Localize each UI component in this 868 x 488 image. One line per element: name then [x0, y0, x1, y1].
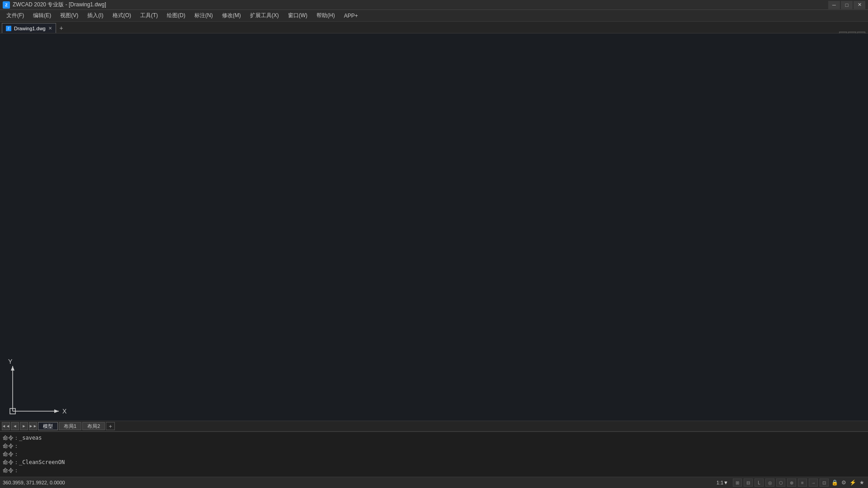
app-icon: Z [3, 1, 10, 9]
status-icon-8[interactable]: ⊡ [820, 479, 829, 487]
status-right-icon-3[interactable]: ★ [859, 479, 865, 486]
command-area[interactable]: 命令：_saveas命令：命令：命令：_CleanScreenON命令： [0, 432, 868, 477]
command-line-1: 命令： [3, 442, 865, 450]
layout-nav-btn-2[interactable]: ► [20, 422, 28, 430]
status-icon-4[interactable]: ⬡ [776, 479, 785, 487]
status-right-icon-1[interactable]: ⚙ [840, 479, 847, 486]
menu-item-绘图d[interactable]: 绘图(D) [162, 10, 190, 21]
status-icon-5[interactable]: ⊕ [787, 479, 796, 487]
menu-item-文件f[interactable]: 文件(F) [2, 10, 28, 21]
status-icon-7[interactable]: → [809, 479, 818, 487]
layout-nav-btn-0[interactable]: ◄◄ [2, 422, 10, 430]
svg-text:X: X [62, 408, 67, 415]
status-icon-2[interactable]: L [755, 479, 764, 487]
menu-item-工具t[interactable]: 工具(T) [136, 10, 162, 21]
layout-add-button[interactable]: + [106, 422, 115, 430]
close-button[interactable]: ✕ [854, 1, 865, 9]
title-bar: Z ZWCAD 2020 专业版 - [Drawing1.dwg] ─ □ ✕ [0, 0, 868, 10]
status-icon-6[interactable]: ≡ [798, 479, 807, 487]
menu-item-编辑e[interactable]: 编辑(E) [28, 10, 56, 21]
menu-item-标注n[interactable]: 标注(N) [190, 10, 217, 21]
menu-bar: 文件(F)编辑(E)视图(V)插入(I)格式(O)工具(T)绘图(D)标注(N)… [0, 10, 868, 22]
menu-item-扩展工具x[interactable]: 扩展工具(X) [245, 10, 283, 21]
status-right-icons: 🔒⚙⚡★ [830, 479, 865, 486]
coordinates-display: 360.3959, 371.9922, 0.0000 [3, 480, 65, 485]
layout-nav-btn-1[interactable]: ◄ [11, 422, 19, 430]
minimize-button[interactable]: ─ [828, 1, 840, 9]
layout-tab-模型[interactable]: 模型 [38, 422, 58, 430]
svg-marker-4 [54, 409, 59, 413]
menu-item-插入i[interactable]: 插入(I) [83, 10, 108, 21]
menu-item-修改m[interactable]: 修改(M) [217, 10, 245, 21]
menu-item-app+[interactable]: APP+ [340, 11, 363, 20]
status-right-icon-2[interactable]: ⚡ [849, 479, 857, 486]
tab-bar: Z Drawing1.dwg ✕ + [0, 22, 868, 33]
maximize-button[interactable]: □ [841, 1, 853, 9]
command-line-3: 命令：_CleanScreenON [3, 458, 865, 466]
tab-icon: Z [6, 26, 11, 31]
coordinate-axes: Y X [0, 357, 81, 429]
status-icon-3[interactable]: ◎ [765, 479, 774, 487]
scale-display[interactable]: 1:1▼ [717, 480, 728, 485]
command-line-4: 命令： [3, 466, 865, 474]
tab-label: Drawing1.dwg [14, 26, 46, 31]
status-icons: 1:1▼⊞⊟L◎⬡⊕≡→⊡🔒⚙⚡★ [717, 479, 865, 487]
drawing-canvas[interactable]: Y X [0, 33, 868, 429]
title-text: ZWCAD 2020 专业版 - [Drawing1.dwg] [13, 1, 106, 9]
layout-nav-btn-3[interactable]: ►► [29, 422, 37, 430]
menu-item-视图v[interactable]: 视图(V) [56, 10, 83, 21]
title-bar-left: Z ZWCAD 2020 专业版 - [Drawing1.dwg] [3, 1, 106, 9]
status-right-icon-0[interactable]: 🔒 [830, 479, 839, 486]
drawing-tab[interactable]: Z Drawing1.dwg ✕ [2, 23, 56, 33]
status-bar: 360.3959, 371.9922, 0.0000 1:1▼⊞⊟L◎⬡⊕≡→⊡… [0, 477, 868, 488]
layout-tab-bar: ◄◄◄►►►模型布局1布局2+ [0, 421, 868, 432]
menu-item-窗口w[interactable]: 窗口(W) [283, 10, 312, 21]
command-line-0: 命令：_saveas [3, 434, 865, 442]
menu-item-帮助h[interactable]: 帮助(H) [312, 10, 340, 21]
menu-item-格式o[interactable]: 格式(O) [108, 10, 136, 21]
status-icon-0[interactable]: ⊞ [733, 479, 742, 487]
layout-tab-布局2[interactable]: 布局2 [82, 422, 105, 430]
status-icon-1[interactable]: ⊟ [744, 479, 753, 487]
layout-tab-布局1[interactable]: 布局1 [59, 422, 81, 430]
command-line-2: 命令： [3, 450, 865, 458]
svg-marker-2 [11, 366, 14, 371]
svg-text:Y: Y [8, 358, 13, 365]
tab-close-button[interactable]: ✕ [48, 26, 52, 31]
window-controls: ─ □ ✕ [828, 1, 865, 9]
new-tab-button[interactable]: + [56, 23, 67, 33]
